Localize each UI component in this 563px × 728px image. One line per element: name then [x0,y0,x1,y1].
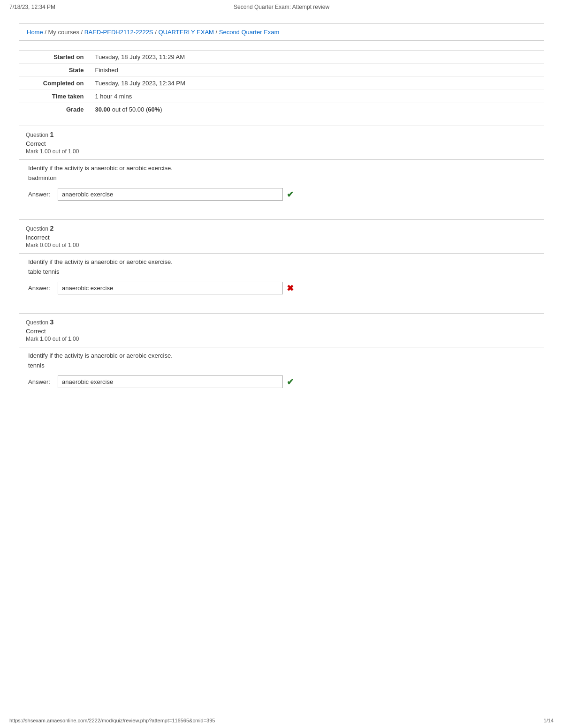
page-title: Second Quarter Exam: Attempt review [234,4,329,10]
breadcrumb-course[interactable]: BAED-PEDH2112-2222S [84,29,153,36]
info-started-value: Tuesday, 18 July 2023, 11:29 AM [90,51,544,64]
answer-label-2: Answer: [28,285,54,292]
page-title-center: Second Quarter Exam: Attempt review [234,4,329,10]
q-header-3: Question 3 [26,318,537,326]
q-activity-3: tennis [28,362,535,369]
answer-row-3: Answer: ✔ [28,375,535,388]
questions-container: Question 1 Correct Mark 1.00 out of 1.00… [19,126,544,407]
info-row-grade: Grade 30.00 out of 50.00 (60%) [19,103,544,116]
info-timetaken-value: 1 hour 4 mins [90,90,544,103]
main-content: Home / My courses / BAED-PEDH2112-2222S … [19,23,544,407]
correct-icon-3: ✔ [287,377,294,387]
answer-row-2: Answer: ✖ [28,282,535,294]
q-prompt-1: Identify if the activity is anaerobic or… [28,165,535,172]
footer-page: 1/14 [544,718,554,723]
q-number-2: 2 [50,225,53,232]
info-timetaken-label: Time taken [19,90,90,103]
info-completed-value: Tuesday, 18 July 2023, 12:34 PM [90,77,544,90]
info-grade-label: Grade [19,103,90,116]
info-state-label: State [19,64,90,77]
correct-icon-1: ✔ [287,189,294,200]
answer-input-2 [58,282,283,294]
info-started-label: Started on [19,51,90,64]
answer-label-1: Answer: [28,191,54,198]
info-row-state: State Finished [19,64,544,77]
q-mark-3: Mark 1.00 out of 1.00 [26,336,537,342]
info-completed-label: Completed on [19,77,90,90]
q-header-2: Question 2 [26,225,537,232]
breadcrumb-section[interactable]: QUARTERLY EXAM [158,29,213,36]
info-grade-bold: 30.00 [95,106,111,113]
breadcrumb-home[interactable]: Home [27,29,43,36]
breadcrumb-sep3: / [216,29,219,36]
q-activity-1: badminton [28,174,535,181]
info-state-value: Finished [90,64,544,77]
footer: https://shsexam.amaesonline.com/2222/mod… [9,718,554,723]
q-mark-1: Mark 1.00 out of 1.00 [26,148,537,155]
q-prompt-3: Identify if the activity is anaerobic or… [28,352,535,359]
datetime: 7/18/23, 12:34 PM [9,4,55,10]
q-header-1: Question 1 [26,131,537,138]
info-grade-end: ) [160,106,162,113]
info-row-completed: Completed on Tuesday, 18 July 2023, 12:3… [19,77,544,90]
answer-input-3 [58,375,283,388]
q-number-1: 1 [50,131,53,138]
footer-url: https://shsexam.amaesonline.com/2222/mod… [9,718,215,723]
info-row-started: Started on Tuesday, 18 July 2023, 11:29 … [19,51,544,64]
breadcrumb: Home / My courses / BAED-PEDH2112-2222S … [19,23,544,41]
info-table: Started on Tuesday, 18 July 2023, 11:29 … [19,50,544,116]
info-grade-value: 30.00 out of 50.00 (60%) [90,103,544,116]
answer-label-3: Answer: [28,378,54,385]
info-row-timetaken: Time taken 1 hour 4 mins [19,90,544,103]
q-mark-2: Mark 0.00 out of 1.00 [26,242,537,248]
breadcrumb-sep1: / My courses / [45,29,84,36]
breadcrumb-exam[interactable]: Second Quarter Exam [219,29,280,36]
question-content-3: Identify if the activity is anaerobic or… [19,352,544,388]
q-status-3: Correct [26,328,537,335]
info-grade-bold2: 60% [148,106,160,113]
question-box-3: Question 3 Correct Mark 1.00 out of 1.00 [19,313,544,347]
q-prompt-2: Identify if the activity is anaerobic or… [28,258,535,265]
question-content-2: Identify if the activity is anaerobic or… [19,258,544,294]
question-content-1: Identify if the activity is anaerobic or… [19,165,544,201]
info-grade-rest: out of 50.00 ( [110,106,148,113]
question-box-2: Question 2 Incorrect Mark 0.00 out of 1.… [19,219,544,254]
incorrect-icon-2: ✖ [287,283,294,293]
question-box-1: Question 1 Correct Mark 1.00 out of 1.00 [19,126,544,160]
q-status-1: Correct [26,140,537,147]
answer-input-1 [58,188,283,201]
q-number-3: 3 [50,318,53,326]
q-activity-2: table tennis [28,268,535,275]
q-status-2: Incorrect [26,234,537,241]
answer-row-1: Answer: ✔ [28,188,535,201]
